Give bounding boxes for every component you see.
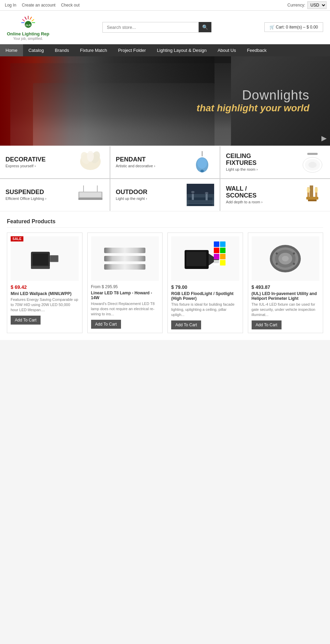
login-link[interactable]: Log In bbox=[3, 2, 18, 8]
category-wall-sconces-title: WALL /SCONCES bbox=[226, 185, 262, 199]
cart-text: Cart: 0 item(s) – $ 0.00 bbox=[276, 25, 318, 30]
create-account-link[interactable]: Create an account bbox=[20, 2, 57, 8]
category-pendant-link[interactable]: › bbox=[154, 164, 155, 168]
top-bar-links: Log In Create an account Check out bbox=[3, 2, 81, 8]
svg-line-6 bbox=[22, 19, 25, 21]
product-name-4[interactable]: (IUL) LED In-pavement Utility and Helipo… bbox=[252, 291, 320, 301]
add-to-cart-button-1[interactable]: Add To Cart bbox=[11, 316, 41, 325]
cart-area[interactable]: 🛒 Cart: 0 item(s) – $ 0.00 bbox=[264, 22, 323, 32]
product-price-3: $ 79.00 bbox=[171, 284, 239, 290]
category-outdoor-title: OUTDOOR bbox=[116, 189, 147, 196]
nav-about-us[interactable]: About Us bbox=[212, 44, 241, 56]
nav-project-folder[interactable]: Project Folder bbox=[112, 44, 151, 56]
sale-badge-1: SALE bbox=[11, 236, 23, 241]
currency-select[interactable]: USD EUR bbox=[307, 1, 327, 9]
svg-line-2 bbox=[30, 17, 32, 20]
category-pendant-title: PENDANT bbox=[116, 156, 155, 163]
hero-arrow-icon[interactable]: ▶ bbox=[321, 134, 327, 142]
category-decorative[interactable]: DECORATIVE Express yourself › bbox=[0, 146, 110, 178]
logo-sub: Your job, simplified. bbox=[13, 37, 43, 41]
logo-area[interactable]: OLR Online Lighting Rep Your job, simpli… bbox=[7, 14, 50, 41]
category-ceiling-text: CEILINGFIXTURES Light up the room › bbox=[226, 153, 257, 172]
svg-rect-55 bbox=[214, 254, 219, 259]
category-outdoor-sub: Light up the night › bbox=[116, 196, 147, 201]
add-to-cart-button-3[interactable]: Add To Cart bbox=[171, 320, 201, 329]
nav-home[interactable]: Home bbox=[0, 44, 23, 56]
nav-catalog[interactable]: Catalog bbox=[23, 44, 50, 56]
category-pendant-sub: Artistic and decorative › bbox=[116, 164, 155, 168]
svg-rect-29 bbox=[187, 202, 214, 204]
product-image-2 bbox=[91, 236, 159, 281]
category-ceiling-link[interactable]: › bbox=[256, 167, 258, 171]
nav-lighting-layout[interactable]: Lighting Layout & Design bbox=[151, 44, 212, 56]
logo-icon: OLR bbox=[20, 14, 37, 31]
svg-point-67 bbox=[293, 263, 295, 265]
product-price-sale-1: $ 69.42 bbox=[11, 284, 79, 290]
product-card-4: $ 493.87 (IUL) LED In-pavement Utility a… bbox=[248, 233, 323, 333]
header: OLR Online Lighting Rep Your job, simpli… bbox=[0, 11, 330, 44]
svg-rect-34 bbox=[187, 184, 214, 194]
svg-rect-54 bbox=[220, 248, 226, 253]
svg-line-5 bbox=[25, 17, 26, 20]
hero-text: Downlights that highlight your world bbox=[197, 88, 309, 114]
product-name-2[interactable]: Linear LED T8 Lamp - Howard - 14W bbox=[91, 291, 159, 300]
nav-brands[interactable]: Brands bbox=[50, 44, 75, 56]
svg-rect-17 bbox=[307, 153, 318, 155]
svg-point-15 bbox=[197, 158, 207, 169]
nav-feedback[interactable]: Feedback bbox=[241, 44, 272, 56]
svg-point-65 bbox=[293, 252, 295, 255]
product-desc-3: This fixture is ideal for building facad… bbox=[171, 302, 239, 318]
hero-title: Downlights bbox=[197, 88, 309, 103]
svg-rect-57 bbox=[214, 260, 219, 265]
svg-rect-44 bbox=[31, 266, 50, 269]
product-card-1: SALE $ 69.42 Mini LED Wallpack (MINILWPP… bbox=[7, 233, 82, 333]
category-pendant[interactable]: PENDANT Artistic and decorative › bbox=[110, 146, 220, 178]
add-to-cart-button-4[interactable]: Add To Cart bbox=[252, 320, 282, 329]
svg-marker-49 bbox=[209, 253, 214, 265]
category-suspended-sub: Efficient Office Lighting › bbox=[6, 196, 46, 201]
search-input[interactable] bbox=[102, 22, 199, 33]
top-bar: Log In Create an account Check out Curre… bbox=[0, 0, 330, 11]
category-decorative-text: DECORATIVE Express yourself › bbox=[6, 156, 46, 168]
product-desc-4: The IUL-4 LED fixture can be used for ga… bbox=[252, 302, 320, 318]
category-wall-sconces[interactable]: WALL /SCONCES Add depth to a room › bbox=[220, 179, 330, 211]
category-ceiling-image bbox=[300, 151, 324, 173]
svg-rect-56 bbox=[220, 254, 226, 259]
svg-point-66 bbox=[276, 263, 278, 265]
category-decorative-link[interactable]: › bbox=[34, 164, 36, 168]
category-ceiling-title: CEILINGFIXTURES bbox=[226, 153, 257, 167]
footer-space bbox=[0, 340, 330, 409]
add-to-cart-button-2[interactable]: Add To Cart bbox=[91, 320, 121, 329]
category-outdoor-text: OUTDOOR Light up the night › bbox=[116, 189, 147, 201]
svg-rect-39 bbox=[308, 200, 317, 201]
search-area: 🔍 bbox=[102, 22, 211, 33]
logo-text: Online Lighting Rep bbox=[7, 31, 50, 37]
category-suspended-link[interactable]: › bbox=[45, 196, 46, 201]
category-suspended-title: SUSPENDED bbox=[6, 189, 46, 196]
svg-rect-24 bbox=[79, 192, 101, 197]
svg-point-12 bbox=[87, 151, 94, 162]
category-ceiling[interactable]: CEILINGFIXTURES Light up the room › bbox=[220, 146, 330, 178]
nav-fixture-match[interactable]: Fixture Match bbox=[75, 44, 113, 56]
product-name-3[interactable]: RGB LED FloodLight / Spotlight (High Pow… bbox=[171, 291, 239, 301]
category-wall-sconces-link[interactable]: › bbox=[261, 200, 263, 204]
category-suspended[interactable]: SUSPENDED Efficient Office Lighting › bbox=[0, 179, 110, 211]
category-decorative-sub: Express yourself › bbox=[6, 164, 46, 168]
svg-rect-46 bbox=[51, 256, 58, 261]
category-ceiling-sub: Light up the room › bbox=[226, 167, 257, 171]
svg-point-20 bbox=[308, 162, 317, 168]
svg-rect-43 bbox=[33, 253, 48, 265]
checkout-link[interactable]: Check out bbox=[59, 2, 81, 8]
search-button[interactable]: 🔍 bbox=[199, 22, 211, 32]
svg-point-41 bbox=[315, 187, 318, 193]
category-pendant-text: PENDANT Artistic and decorative › bbox=[116, 156, 155, 168]
product-desc-1: Features Energy Saving Comparable up to … bbox=[11, 297, 79, 313]
product-name-1[interactable]: Mini LED Wallpack (MINILWPP) bbox=[11, 291, 79, 296]
category-grid: DECORATIVE Express yourself › PENDANT Ar… bbox=[0, 146, 330, 211]
product-desc-2: Howard's Direct Replacement LED T8 lamp … bbox=[91, 301, 159, 317]
category-outdoor[interactable]: OUTDOOR Light up the night › bbox=[110, 179, 220, 211]
featured-title: Featured Products bbox=[7, 218, 323, 228]
svg-rect-51 bbox=[214, 241, 219, 247]
category-outdoor-link[interactable]: › bbox=[146, 196, 147, 201]
product-image-1: SALE bbox=[11, 236, 79, 281]
